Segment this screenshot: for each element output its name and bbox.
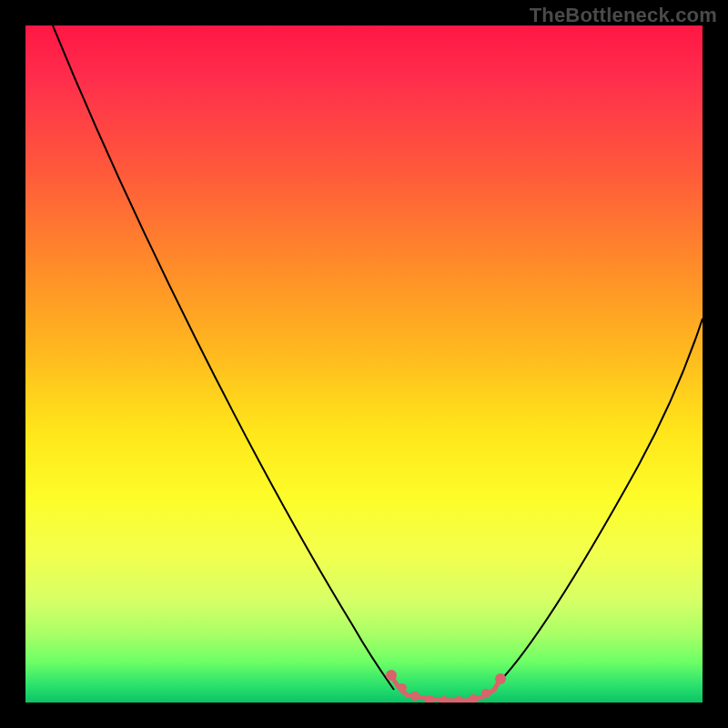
- curve-right-branch: [499, 318, 703, 682]
- curves-svg: [25, 25, 703, 703]
- plot-area: [25, 25, 703, 703]
- attribution-text: TheBottleneck.com: [530, 4, 717, 27]
- dot-2: [398, 683, 407, 693]
- dot-1: [386, 670, 397, 681]
- dot-7: [469, 694, 478, 703]
- dot-6: [454, 696, 463, 703]
- valley-dots: [386, 670, 506, 703]
- chart-frame: TheBottleneck.com: [0, 0, 728, 728]
- dot-5: [440, 696, 449, 703]
- dot-9: [495, 673, 506, 684]
- dot-8: [481, 689, 490, 698]
- curve-left-branch: [53, 25, 394, 690]
- dot-3: [410, 692, 420, 701]
